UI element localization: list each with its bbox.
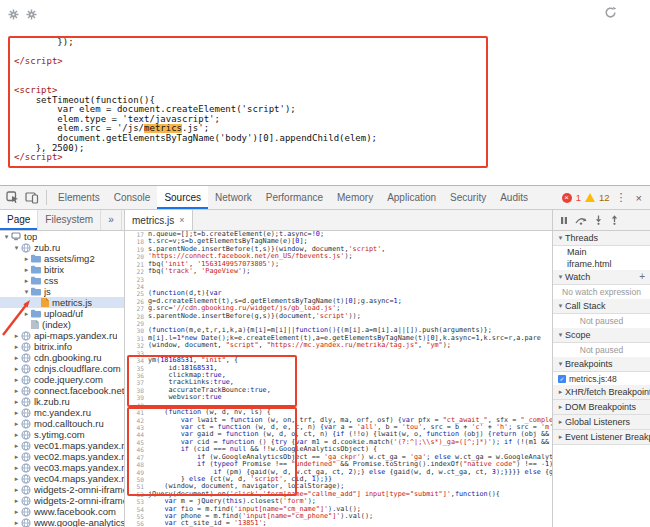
tab-security[interactable]: Security (443, 186, 493, 209)
tree-item-code-jquery-com[interactable]: ▸code.jquery.com (0, 374, 124, 385)
line-number[interactable]: 42 (125, 417, 148, 424)
tree-item-bitrix[interactable]: ▸bitrix (0, 264, 124, 275)
tree-item-metrics-js[interactable]: metrics.js (0, 297, 124, 308)
settings-gear-icon[interactable] (8, 6, 19, 24)
line-number[interactable]: 37 (125, 379, 148, 386)
line-number[interactable]: 31 (125, 335, 148, 342)
tree-item-cdn-gbooking-ru[interactable]: ▸cdn.gbooking.ru (0, 352, 124, 363)
section-call-stack[interactable]: ▾Call Stack (553, 299, 650, 314)
tree-item-www-facebook-com[interactable]: ▸www.facebook.com (0, 506, 124, 517)
settings-gear-icon[interactable] (26, 6, 37, 24)
line-number[interactable]: 29 (125, 320, 148, 327)
section-xhr-fetch-breakpoints[interactable]: ▸XHR/fetch Breakpoints (553, 385, 650, 400)
tree-item-connect-facebook-net[interactable]: ▸connect.facebook.net (0, 385, 124, 396)
tree-item-mc-yandex-ru[interactable]: ▸mc.yandex.ru (0, 407, 124, 418)
section-breakpoints[interactable]: ▾Breakpoints (553, 357, 650, 372)
tree-item-assets-img2[interactable]: ▸assets/img2 (0, 253, 124, 264)
add-watch-icon[interactable]: + (639, 270, 650, 284)
line-number[interactable]: 24 (125, 283, 148, 290)
tree-item-cdnjs-cloudflare-com[interactable]: ▸cdnjs.cloudflare.com (0, 363, 124, 374)
tree-item-lk-zub-ru[interactable]: ▸lk.zub.ru (0, 396, 124, 407)
tree-item-widgets-2-omni-iframe-livetex-me[interactable]: ▸widgets-2-omni-iframe.livetex.me (0, 484, 124, 495)
tree-item-mod-calltouch-ru[interactable]: ▸mod.calltouch.ru (0, 418, 124, 429)
line-number[interactable]: 40 (125, 402, 148, 409)
tree-item-www-google-analytics-com[interactable]: ▸www.google-analytics.com (0, 517, 124, 527)
device-toolbar-icon[interactable] (25, 192, 39, 204)
close-tab-icon[interactable]: × (179, 215, 184, 225)
error-badge-icon[interactable]: × (562, 193, 572, 203)
tree-item-bitrix-info[interactable]: ▸bitrix.info (0, 341, 124, 352)
line-number[interactable]: 25 (125, 290, 148, 297)
tree-item-upload-uf[interactable]: ▸upload/uf (0, 308, 124, 319)
line-number[interactable]: 34 (125, 357, 148, 364)
tab-audits[interactable]: Audits (493, 186, 535, 209)
breakpoint-item[interactable]: ✓metrics.js:48 (553, 372, 650, 385)
thread-main[interactable]: Main (553, 246, 650, 258)
thread-iframe-html[interactable]: iframe.html (553, 258, 650, 270)
tree-item-vec02-maps-yandex-net[interactable]: ▸vec02.maps.yandex.net (0, 451, 124, 462)
step-over-icon[interactable] (575, 216, 587, 225)
line-number[interactable]: 47 (125, 454, 148, 461)
line-number[interactable]: 49 (125, 469, 148, 476)
breakpoint-checkbox[interactable]: ✓ (558, 375, 566, 383)
line-number[interactable]: 32 (125, 342, 148, 349)
line-number[interactable]: 56 (125, 520, 148, 527)
warning-badge-icon[interactable] (585, 193, 595, 202)
line-number[interactable]: 46 (125, 446, 148, 453)
tab-network[interactable]: Network (208, 186, 259, 209)
line-number[interactable]: 53 (125, 498, 148, 505)
line-number[interactable]: 51 (125, 483, 148, 490)
line-number[interactable]: 19 (125, 246, 148, 253)
line-number[interactable]: 21 (125, 261, 148, 268)
line-number[interactable]: 33 (125, 350, 148, 357)
reload-icon[interactable] (604, 5, 617, 23)
tree-item-js[interactable]: ▾js (0, 286, 124, 297)
sidebar-tab-page[interactable]: Page (0, 210, 38, 230)
tab-elements[interactable]: Elements (51, 186, 107, 209)
tree-item-zub-ru[interactable]: ▾zub.ru (0, 242, 124, 253)
section-global-listeners[interactable]: ▸Global Listeners (553, 415, 650, 430)
line-number[interactable]: 22 (125, 268, 148, 275)
line-number[interactable]: 20 (125, 253, 148, 260)
line-number[interactable]: 38 (125, 387, 148, 394)
tree-item-vec03-maps-yandex-net[interactable]: ▸vec03.maps.yandex.net (0, 462, 124, 473)
tree-item-api-maps-yandex-ru[interactable]: ▸api-maps.yandex.ru (0, 330, 124, 341)
line-number[interactable]: 18 (125, 238, 148, 245)
tree-item-widgets-2-omni-iframe-livetex-ru[interactable]: ▸widgets-2-omni-iframe.livetex.ru (0, 495, 124, 506)
line-number[interactable]: 36 (125, 372, 148, 379)
inspect-element-icon[interactable] (6, 191, 19, 204)
step-out-icon[interactable] (610, 215, 619, 225)
line-number[interactable]: 39 (125, 394, 148, 401)
tree-item-index[interactable]: (index) (0, 319, 124, 330)
line-number[interactable]: 48 (125, 461, 148, 468)
line-number[interactable]: 54 (125, 506, 148, 513)
line-number[interactable]: 43 (125, 424, 148, 431)
devtools-menu-icon[interactable]: ⋮ (614, 191, 629, 204)
section-threads[interactable]: ▾Threads (553, 231, 650, 246)
tab-memory[interactable]: Memory (330, 186, 380, 209)
tab-performance[interactable]: Performance (259, 186, 330, 209)
sidebar-tab-filesystem[interactable]: Filesystem (38, 210, 101, 230)
tab-sources[interactable]: Sources (157, 186, 208, 209)
line-number[interactable]: 55 (125, 513, 148, 520)
line-number[interactable]: 50 (125, 476, 148, 483)
line-number[interactable]: 52 (125, 491, 148, 498)
tree-item-s-ytimg-com[interactable]: ▸s.ytimg.com (0, 429, 124, 440)
section-scope[interactable]: ▾Scope (553, 328, 650, 343)
line-number[interactable]: 17 (125, 231, 148, 238)
line-number[interactable]: 44 (125, 431, 148, 438)
tree-item-top[interactable]: ▾top (0, 231, 124, 242)
tree-item-vec04-maps-yandex-net[interactable]: ▸vec04.maps.yandex.net (0, 473, 124, 484)
devtools-close-icon[interactable]: × (633, 192, 645, 204)
section-watch[interactable]: ▾Watch+ (553, 270, 650, 285)
sidebar-tab-more[interactable]: » (101, 210, 122, 230)
line-number[interactable]: 28 (125, 313, 148, 320)
file-tab-metrics-js[interactable]: metrics.js × (125, 210, 193, 230)
line-number[interactable]: 30 (125, 327, 148, 334)
line-number[interactable]: 35 (125, 365, 148, 372)
tab-console[interactable]: Console (107, 186, 158, 209)
tree-item-vec01-maps-yandex-net[interactable]: ▸vec01.maps.yandex.net (0, 440, 124, 451)
section-event-listener-breakpoints[interactable]: ▸Event Listener Breakpoints (553, 430, 650, 445)
tree-item-css[interactable]: ▸css (0, 275, 124, 286)
section-dom-breakpoints[interactable]: ▸DOM Breakpoints (553, 400, 650, 415)
